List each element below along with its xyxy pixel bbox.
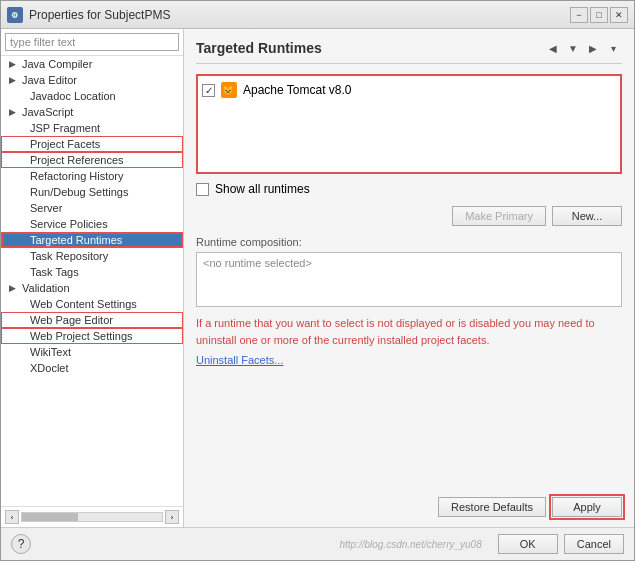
nav-forward-button[interactable]: ▶ xyxy=(584,39,602,57)
sidebar-item-server[interactable]: Server xyxy=(1,200,183,216)
sidebar-item-javascript[interactable]: ▶ JavaScript xyxy=(1,104,183,120)
runtime-item: ✓ 🐱 Apache Tomcat v8.0 xyxy=(202,80,616,100)
sidebar-item-label: Project Facets xyxy=(30,138,100,150)
expand-arrow: ▶ xyxy=(9,107,19,117)
main-panel: Targeted Runtimes ◀ ▼ ▶ ▾ ✓ 🐱 xyxy=(184,29,634,527)
show-all-checkbox[interactable] xyxy=(196,183,209,196)
sidebar-item-xdoclet[interactable]: XDoclet xyxy=(1,360,183,376)
composition-box: <no runtime selected> xyxy=(196,252,622,307)
new-button[interactable]: New... xyxy=(552,206,622,226)
restore-defaults-button[interactable]: Restore Defaults xyxy=(438,497,546,517)
content-area: ▶ Java Compiler ▶ Java Editor Javadoc Lo… xyxy=(1,29,634,527)
sidebar-item-task-tags[interactable]: Task Tags xyxy=(1,264,183,280)
make-primary-button[interactable]: Make Primary xyxy=(452,206,546,226)
scrollbar-track[interactable] xyxy=(21,512,163,522)
runtime-composition-label: Runtime composition: xyxy=(196,236,622,248)
sidebar-item-java-compiler[interactable]: ▶ Java Compiler xyxy=(1,56,183,72)
window-title: Properties for SubjectPMS xyxy=(29,8,170,22)
cancel-button[interactable]: Cancel xyxy=(564,534,624,554)
sidebar-item-service-policies[interactable]: Service Policies xyxy=(1,216,183,232)
sidebar-item-web-content-settings[interactable]: Web Content Settings xyxy=(1,296,183,312)
nav-dropdown-button[interactable]: ▼ xyxy=(564,39,582,57)
runtime-checkbox[interactable]: ✓ xyxy=(202,84,215,97)
sidebar-item-label: Web Page Editor xyxy=(30,314,113,326)
sidebar: ▶ Java Compiler ▶ Java Editor Javadoc Lo… xyxy=(1,29,184,527)
sidebar-item-label: Task Repository xyxy=(30,250,108,262)
sidebar-item-refactoring-history[interactable]: Refactoring History xyxy=(1,168,183,184)
sidebar-item-label: Service Policies xyxy=(30,218,108,230)
watermark: http://blog.csdn.net/cherry_yu08 xyxy=(339,539,481,550)
sidebar-item-web-project-settings[interactable]: Web Project Settings xyxy=(1,328,183,344)
sidebar-item-label: Java Compiler xyxy=(22,58,92,70)
sidebar-item-label: XDoclet xyxy=(30,362,69,374)
sidebar-item-task-repository[interactable]: Task Repository xyxy=(1,248,183,264)
title-bar: ⚙ Properties for SubjectPMS − □ ✕ xyxy=(1,1,634,29)
uninstall-link[interactable]: Uninstall Facets... xyxy=(196,354,622,366)
title-bar-left: ⚙ Properties for SubjectPMS xyxy=(7,7,170,23)
show-all-row: Show all runtimes xyxy=(196,182,622,196)
info-text: If a runtime that you want to select is … xyxy=(196,315,622,348)
svg-text:⚙: ⚙ xyxy=(11,11,18,20)
panel-title: Targeted Runtimes xyxy=(196,40,322,56)
sidebar-item-label: Java Editor xyxy=(22,74,77,86)
runtime-icon: 🐱 xyxy=(221,82,237,98)
main-window: ⚙ Properties for SubjectPMS − □ ✕ ▶ Java… xyxy=(0,0,635,561)
show-all-label: Show all runtimes xyxy=(215,182,310,196)
ok-button[interactable]: OK xyxy=(498,534,558,554)
expand-arrow: ▶ xyxy=(9,283,19,293)
sidebar-item-label: Task Tags xyxy=(30,266,79,278)
scroll-left-btn[interactable]: ‹ xyxy=(5,510,19,524)
expand-arrow: ▶ xyxy=(9,75,19,85)
minimize-button[interactable]: − xyxy=(570,7,588,23)
sidebar-item-label: JSP Fragment xyxy=(30,122,100,134)
bottom-action-buttons: Restore Defaults Apply xyxy=(196,497,622,517)
sidebar-item-label: Server xyxy=(30,202,62,214)
runtime-label: Apache Tomcat v8.0 xyxy=(243,83,352,97)
sidebar-item-java-editor[interactable]: ▶ Java Editor xyxy=(1,72,183,88)
sidebar-item-project-facets[interactable]: Project Facets xyxy=(1,136,183,152)
footer-left: ? xyxy=(11,534,31,554)
expand-arrow: ▶ xyxy=(9,59,19,69)
filter-box xyxy=(1,29,183,56)
sidebar-item-label: Project References xyxy=(30,154,124,166)
action-buttons: Make Primary New... xyxy=(196,206,622,226)
sidebar-item-label: Javadoc Location xyxy=(30,90,116,102)
apply-button[interactable]: Apply xyxy=(552,497,622,517)
sidebar-item-label: Web Content Settings xyxy=(30,298,137,310)
sidebar-item-targeted-runtimes[interactable]: Targeted Runtimes xyxy=(1,232,183,248)
scrollbar-thumb xyxy=(22,513,78,521)
sidebar-item-run-debug-settings[interactable]: Run/Debug Settings xyxy=(1,184,183,200)
svg-text:🐱: 🐱 xyxy=(223,85,233,95)
window-controls: − □ ✕ xyxy=(570,7,628,23)
sidebar-item-web-page-editor[interactable]: Web Page Editor xyxy=(1,312,183,328)
sidebar-scrollbar: ‹ › xyxy=(1,506,183,527)
sidebar-item-project-references[interactable]: Project References xyxy=(1,152,183,168)
no-runtime-text: <no runtime selected> xyxy=(203,257,312,269)
sidebar-item-label: Web Project Settings xyxy=(30,330,133,342)
maximize-button[interactable]: □ xyxy=(590,7,608,23)
panel-header: Targeted Runtimes ◀ ▼ ▶ ▾ xyxy=(196,39,622,64)
filter-input[interactable] xyxy=(5,33,179,51)
sidebar-item-javadoc-location[interactable]: Javadoc Location xyxy=(1,88,183,104)
runtime-list: ✓ 🐱 Apache Tomcat v8.0 xyxy=(196,74,622,174)
footer-right: http://blog.csdn.net/cherry_yu08 OK Canc… xyxy=(339,534,624,554)
sidebar-item-label: Run/Debug Settings xyxy=(30,186,128,198)
sidebar-item-label: JavaScript xyxy=(22,106,73,118)
sidebar-item-label: Refactoring History xyxy=(30,170,124,182)
close-button[interactable]: ✕ xyxy=(610,7,628,23)
sidebar-item-wikitext[interactable]: WikiText xyxy=(1,344,183,360)
sidebar-item-jsp-fragment[interactable]: JSP Fragment xyxy=(1,120,183,136)
sidebar-item-validation[interactable]: ▶ Validation xyxy=(1,280,183,296)
sidebar-item-label: WikiText xyxy=(30,346,71,358)
tree-area: ▶ Java Compiler ▶ Java Editor Javadoc Lo… xyxy=(1,56,183,506)
nav-menu-button[interactable]: ▾ xyxy=(604,39,622,57)
nav-buttons: ◀ ▼ ▶ ▾ xyxy=(544,39,622,57)
nav-back-button[interactable]: ◀ xyxy=(544,39,562,57)
sidebar-item-label: Validation xyxy=(22,282,70,294)
app-icon: ⚙ xyxy=(7,7,23,23)
help-button[interactable]: ? xyxy=(11,534,31,554)
scroll-right-btn[interactable]: › xyxy=(165,510,179,524)
footer: ? http://blog.csdn.net/cherry_yu08 OK Ca… xyxy=(1,527,634,560)
sidebar-item-label: Targeted Runtimes xyxy=(30,234,122,246)
